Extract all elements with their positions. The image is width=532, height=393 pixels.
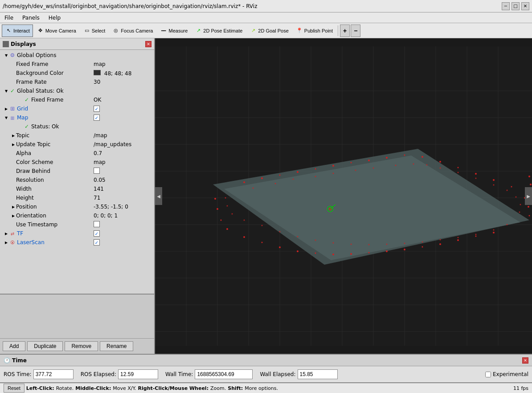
- svg-point-89: [351, 244, 352, 245]
- svg-point-50: [368, 252, 370, 254]
- tool-measure[interactable]: ━━ Measure: [157, 25, 191, 37]
- toolbar-minus-button[interactable]: −: [351, 25, 360, 37]
- rename-button[interactable]: Rename: [100, 341, 133, 351]
- displays-close-button[interactable]: ✕: [145, 41, 151, 47]
- svg-point-70: [413, 164, 414, 165]
- svg-point-24: [243, 181, 245, 183]
- map-arrow: ▼: [4, 115, 9, 120]
- svg-point-58: [226, 228, 228, 230]
- left-collapse-arrow[interactable]: ◀: [155, 187, 162, 205]
- grid-row[interactable]: ▶ ⊞ Grid: [0, 104, 154, 113]
- toolbar-plus-button[interactable]: +: [340, 25, 350, 37]
- map-color-scheme-row[interactable]: ▶ Color Scheme map: [0, 158, 154, 167]
- tool-goal-pose[interactable]: ↗ 2D Goal Pose: [246, 25, 291, 37]
- tool-interact[interactable]: ↖ Interact: [2, 25, 33, 37]
- map-resolution-label: Resolution: [16, 177, 92, 183]
- add-button[interactable]: Add: [3, 341, 25, 351]
- fixed-frame-row[interactable]: ▶ Fixed Frame map: [0, 60, 154, 69]
- svg-point-29: [332, 165, 334, 167]
- map-use-timestamp-label: Use Timestamp: [16, 221, 92, 228]
- main-content: Displays ✕ ▼ ⚙ Global Options ▶ Fixed Fr…: [0, 38, 532, 354]
- close-button[interactable]: ✕: [521, 2, 529, 10]
- ros-elapsed-input[interactable]: [118, 369, 158, 379]
- tool-pose-estimate[interactable]: ↗ 2D Pose Estimate: [192, 25, 246, 37]
- tf-checkbox-container: [92, 230, 154, 237]
- svg-point-65: [315, 176, 316, 177]
- window-controls: − □ ✕: [502, 2, 529, 10]
- map-resolution-row[interactable]: ▶ Resolution 0.05: [0, 176, 154, 184]
- svg-point-74: [475, 178, 477, 179]
- tree-panel[interactable]: ▼ ⚙ Global Options ▶ Fixed Frame map ▶ B…: [0, 50, 154, 294]
- remove-button[interactable]: Remove: [65, 341, 98, 351]
- tool-select[interactable]: ▭ Select: [80, 25, 109, 37]
- map-update-topic-arrow: ▶: [11, 142, 16, 147]
- svg-point-35: [439, 161, 441, 163]
- time-title-label: Time: [12, 357, 27, 364]
- background-color-row[interactable]: ▶ Background Color 48; 48; 48: [0, 69, 154, 78]
- duplicate-button[interactable]: Duplicate: [27, 341, 63, 351]
- map-position-arrow: ▶: [11, 204, 16, 209]
- laser-scan-arrow: ▶: [4, 240, 9, 245]
- svg-point-63: [275, 183, 276, 184]
- laser-scan-row[interactable]: ▶ ⦿ LaserScan: [0, 238, 154, 247]
- map-row[interactable]: ▼ ▦ Map: [0, 113, 154, 122]
- svg-point-41: [528, 206, 529, 208]
- map-position-row[interactable]: ▶ Position -3.55; -1.5; 0: [0, 202, 154, 211]
- frame-rate-row[interactable]: ▶ Frame Rate 30: [0, 78, 154, 86]
- map-draw-behind-row[interactable]: ▶ Draw Behind: [0, 167, 154, 176]
- 3d-visualization: [155, 38, 532, 354]
- maximize-button[interactable]: □: [512, 2, 520, 10]
- svg-point-88: [368, 244, 370, 246]
- map-alpha-label: Alpha: [16, 150, 92, 156]
- frame-rate-value: 30: [92, 79, 154, 85]
- global-options-row[interactable]: ▼ ⚙ Global Options: [0, 51, 154, 60]
- map-orientation-row[interactable]: ▶ Orientation 0; 0; 0; 1: [0, 211, 154, 220]
- time-close-button[interactable]: ✕: [522, 357, 528, 364]
- minimize-button[interactable]: −: [502, 2, 510, 10]
- map-use-timestamp-checkbox[interactable]: [94, 221, 100, 227]
- map-width-label: Width: [16, 186, 92, 192]
- tool-measure-label: Measure: [168, 28, 188, 33]
- map-topic-row[interactable]: ▶ Topic /map: [0, 131, 154, 140]
- wall-elapsed-input[interactable]: [298, 369, 338, 379]
- tool-select-label: Select: [92, 28, 106, 33]
- grid-checkbox[interactable]: [94, 106, 100, 112]
- time-title: 🕐 Time: [4, 357, 27, 364]
- menu-file[interactable]: File: [3, 14, 15, 22]
- fixed-frame-label: Fixed Frame: [16, 61, 92, 67]
- reset-button[interactable]: Reset: [4, 384, 25, 393]
- experimental-checkbox[interactable]: [485, 372, 491, 377]
- tool-publish-point[interactable]: 📍 Publish Point: [293, 25, 336, 37]
- tool-focus-camera[interactable]: ◎ Focus Camera: [109, 25, 156, 37]
- tf-checkbox[interactable]: [94, 230, 100, 237]
- laser-scan-checkbox-container: [92, 239, 154, 246]
- laser-scan-checkbox[interactable]: [94, 239, 100, 246]
- svg-point-73: [458, 172, 459, 173]
- tf-row[interactable]: ▶ ⇄ TF: [0, 229, 154, 238]
- map-topic-value: /map: [92, 132, 154, 139]
- ros-time-input[interactable]: [33, 369, 74, 379]
- menu-panels[interactable]: Panels: [20, 14, 41, 22]
- left-click-key: Left-Click:: [26, 385, 54, 391]
- global-status-row[interactable]: ▼ ✓ Global Status: Ok: [0, 86, 154, 95]
- map-draw-behind-checkbox[interactable]: [94, 168, 100, 174]
- tool-move-camera[interactable]: ✥ Move Camera: [34, 25, 79, 37]
- menu-help[interactable]: Help: [47, 14, 62, 22]
- map-use-timestamp-row[interactable]: ▶ Use Timestamp: [0, 220, 154, 229]
- map-alpha-row[interactable]: ▶ Alpha 0.7: [0, 149, 154, 158]
- map-width-row[interactable]: ▶ Width 141: [0, 184, 154, 193]
- right-collapse-arrow[interactable]: ▶: [525, 187, 532, 205]
- global-status-fixed-frame-row[interactable]: ▶ ✓ Fixed Frame OK: [0, 95, 154, 104]
- focus-camera-icon: ◎: [112, 27, 119, 34]
- map-height-row[interactable]: ▶ Height 71: [0, 193, 154, 202]
- displays-title-label: Displays: [11, 41, 36, 47]
- map-status-row[interactable]: ▶ ✓ Status: Ok: [0, 122, 154, 131]
- map-update-topic-row[interactable]: ▶ Update Topic /map_updates: [0, 140, 154, 149]
- map-checkbox[interactable]: [94, 115, 100, 121]
- fixed-frame-value: map: [92, 61, 154, 67]
- right-click-action: Zoom.: [210, 385, 226, 391]
- map-icon: ▦: [9, 114, 16, 121]
- 3d-view[interactable]: ▶ ◀: [155, 38, 532, 354]
- wall-time-input[interactable]: [195, 369, 253, 379]
- wall-time-label: Wall Time:: [165, 371, 193, 377]
